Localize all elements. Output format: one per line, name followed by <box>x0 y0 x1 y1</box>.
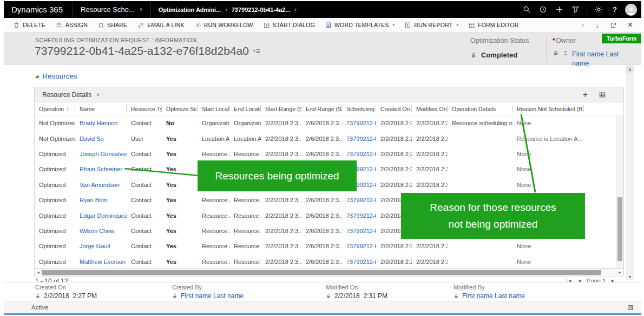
column-header-start-range[interactable]: Start Range (S... <box>261 102 301 115</box>
column-header-created-on[interactable]: Created On (Sc... <box>376 102 412 115</box>
table-row[interactable]: OptimizedJoseph GonsalvesContactYesResou… <box>35 146 623 162</box>
breadcrumb-item[interactable]: 73799212-0b41-4a2... <box>232 7 291 13</box>
help-icon[interactable]: ? <box>607 1 623 18</box>
cell-name[interactable]: Joseph Gonsalves <box>75 151 127 157</box>
start-dialog-button[interactable]: START DIALOG <box>258 18 320 32</box>
word-templates-button[interactable]: WORD TEMPLATES▾ <box>320 18 399 32</box>
column-header-name[interactable]: Name <box>75 102 127 115</box>
table-row[interactable]: OptimizedMatthew EversonContactYesResour… <box>35 254 623 269</box>
recent-items-icon[interactable] <box>535 1 551 18</box>
cell-scheduling-op[interactable]: 73799212-0... <box>342 197 376 203</box>
chevron-right-icon: › <box>225 7 227 12</box>
column-header-operation[interactable]: Operation↑ <box>35 102 75 115</box>
share-icon <box>97 22 104 29</box>
app-switcher[interactable]: Resource Sche... ∨ <box>73 1 150 18</box>
app-window: Dynamics 365 Resource Sche... ∨ Optimiza… <box>0 0 644 316</box>
page-vertical-scrollbar[interactable]: ▲ ▼ <box>626 66 634 280</box>
settings-gear-icon[interactable] <box>590 1 607 18</box>
add-record-icon[interactable]: + <box>583 91 588 99</box>
share-button[interactable]: SHARE <box>93 18 132 32</box>
delete-button[interactable]: DELETE <box>8 18 50 32</box>
next-record-icon[interactable]: ↓ <box>595 21 599 29</box>
form-editor-button[interactable]: FORM EDITOR <box>463 18 524 32</box>
run-report-button[interactable]: RUN REPORT▾ <box>399 18 463 32</box>
cell-modified-on: 2/2/2018 2:3... <box>412 243 448 249</box>
save-icon[interactable] <box>627 304 641 311</box>
scroll-up-icon[interactable]: ▲ <box>626 66 634 73</box>
filter-icon[interactable] <box>567 1 583 18</box>
cell-scheduling-op[interactable]: 73799212-0... <box>342 228 376 234</box>
search-icon[interactable] <box>518 1 535 18</box>
cell-name[interactable]: Ryan Brim <box>75 197 127 203</box>
close-icon[interactable]: × <box>628 20 633 30</box>
cell-optimize-schedule: Yes <box>162 197 198 203</box>
cell-name[interactable]: Van Amundson <box>75 182 127 188</box>
first-page-icon[interactable]: |◄ <box>566 278 572 282</box>
table-row[interactable]: Not OptimizedDavid SoUserYesLocation Ag.… <box>35 131 623 146</box>
owner-link[interactable]: First name Last name <box>572 50 626 68</box>
previous-record-icon[interactable]: ↑ <box>581 21 585 29</box>
dynamics-365-logo[interactable]: Dynamics 365 <box>4 5 73 14</box>
run-workflow-button[interactable]: RUN WORKFLOW <box>189 18 258 32</box>
cell-scheduling-op[interactable]: 73799212-0... <box>342 151 376 157</box>
column-header-operation-details[interactable]: Operation Details <box>448 102 512 115</box>
scroll-right-icon[interactable]: ► <box>616 270 623 274</box>
modified-by-link[interactable]: First name Last name <box>462 292 525 300</box>
table-row[interactable]: OptimizedJorge GaultContactYesResource A… <box>35 238 623 254</box>
cell-scheduling-op[interactable]: 73799212-0... <box>342 136 376 142</box>
cell-created-on: 2/2/2018 2:2... <box>376 136 412 142</box>
cell-name[interactable]: Jorge Gault <box>75 243 127 249</box>
column-header-reason-not-scheduled[interactable]: Reason Not Scheduled (B... <box>512 102 584 115</box>
cell-optimize-schedule: Yes <box>162 136 198 142</box>
trash-icon <box>13 22 20 29</box>
scroll-left-icon[interactable]: ◄ <box>35 270 42 274</box>
cell-created-on: 2/2/2018 2:2... <box>376 243 412 249</box>
table-row[interactable]: Not OptimizedBrady HannonContactNoOrgani… <box>35 115 623 131</box>
cell-name[interactable]: Matthew Everson <box>75 259 127 265</box>
previous-page-icon[interactable]: ◄ <box>577 278 582 282</box>
command-bar-items: DELETEASSIGNSHAREEMAIL A LINKRUN WORKFLO… <box>4 18 524 32</box>
cell-resource-type: Contact <box>127 197 162 203</box>
cell-name[interactable]: Edgar Dominquez <box>75 212 127 219</box>
next-page-icon[interactable]: ► <box>610 278 615 282</box>
required-asterisk: * <box>553 37 555 44</box>
lock-icon <box>35 293 41 299</box>
email-a-link-button[interactable]: EMAIL A LINK <box>132 18 189 32</box>
scroll-down-icon[interactable]: ▼ <box>626 273 634 280</box>
lock-icon <box>172 293 178 299</box>
quick-create-icon[interactable] <box>551 1 567 18</box>
column-header-end-location[interactable]: End Location (... <box>229 102 261 115</box>
bottom-accent-bar <box>4 313 641 315</box>
section-resources[interactable]: ◢ Resources <box>35 72 77 80</box>
scrollbar-thumb[interactable] <box>617 197 622 261</box>
cell-name[interactable]: Wilson Chew <box>75 228 127 234</box>
cell-name[interactable]: Efrain Schreiner <box>75 166 127 172</box>
column-header-modified-on[interactable]: Modified On (... <box>412 102 448 115</box>
modified-on-field: Modified On 2/2/2018 2:31 PM <box>326 284 387 300</box>
created-by-link[interactable]: First name Last name <box>181 292 244 300</box>
cell-name[interactable]: Brady Hannon <box>75 120 127 126</box>
assign-button[interactable]: ASSIGN <box>50 18 93 32</box>
view-selector[interactable]: Resource Details ∨ <box>42 91 100 99</box>
popout-icon[interactable] <box>610 22 617 29</box>
grid-horizontal-scrollbar[interactable]: ◄ ► <box>35 268 623 276</box>
grid-vertical-scrollbar[interactable] <box>616 116 623 270</box>
scrollbar-thumb[interactable] <box>42 270 601 275</box>
column-header-start-location[interactable]: Start Location ... <box>198 102 229 115</box>
column-header-resource-type[interactable]: Resource Type... <box>127 102 162 115</box>
cell-name[interactable]: David So <box>75 136 127 142</box>
grid-view-icon[interactable] <box>599 91 606 99</box>
form-selector-icon[interactable]: ▾≡ <box>253 47 260 55</box>
cell-scheduling-op[interactable]: 73799212-0... <box>342 243 376 249</box>
column-header-optimize-schedule[interactable]: Optimize Sche... <box>162 102 198 115</box>
breadcrumb-item[interactable]: Optimization Admini... <box>159 7 221 13</box>
cell-resource-type: Contact <box>127 166 162 172</box>
user-avatar[interactable] <box>625 4 637 16</box>
cell-scheduling-op[interactable]: 73799212-0... <box>342 120 376 126</box>
column-header-end-range[interactable]: End Range (Sc... <box>301 102 342 115</box>
dialog-icon <box>263 22 270 29</box>
cell-scheduling-op[interactable]: 73799212-0... <box>342 212 376 219</box>
record-status: Active <box>4 304 48 311</box>
cell-scheduling-op[interactable]: 73799212-0... <box>342 259 376 265</box>
column-header-scheduling-op[interactable]: Scheduling Op... <box>342 102 376 115</box>
